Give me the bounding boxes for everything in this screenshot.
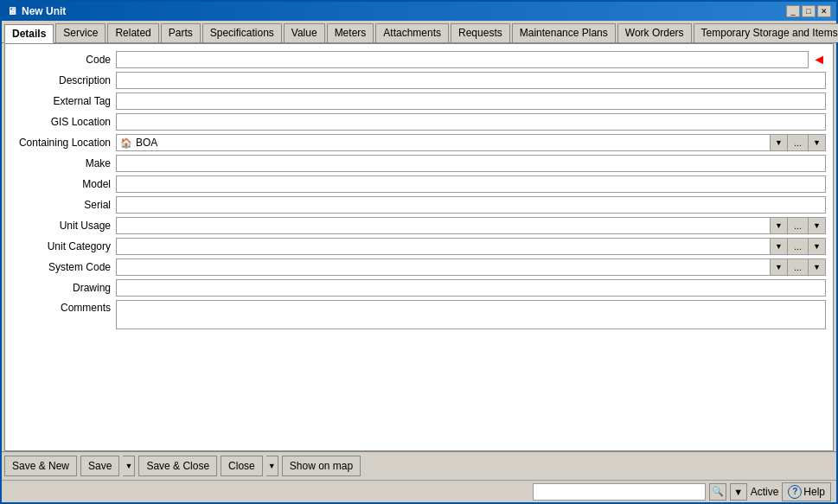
status-dropdown-btn[interactable]: ▼ bbox=[730, 483, 747, 501]
external-tag-input[interactable] bbox=[116, 93, 826, 110]
model-input[interactable] bbox=[116, 175, 826, 193]
show-on-map-button[interactable]: Show on map bbox=[282, 456, 361, 476]
system-code-input[interactable] bbox=[116, 258, 771, 276]
serial-label: Serial bbox=[12, 199, 116, 211]
code-label: Code bbox=[12, 54, 116, 66]
drawing-input[interactable] bbox=[116, 279, 826, 297]
tab-related[interactable]: Related bbox=[107, 23, 158, 42]
unit-category-field: ▼ ... ▼ bbox=[116, 238, 826, 255]
make-input[interactable] bbox=[116, 155, 826, 172]
description-row: Description bbox=[12, 72, 826, 89]
title-bar: 🖥 New Unit _ □ ✕ bbox=[2, 2, 836, 21]
help-button[interactable]: ? Help bbox=[782, 482, 831, 501]
tab-temporary-storage[interactable]: Temporary Storage and Items bbox=[694, 23, 838, 42]
tabs-bar: Details Service Related Parts Specificat… bbox=[2, 21, 836, 43]
content-area: Code ◄ Description External Tag GIS Loca… bbox=[4, 43, 834, 451]
tab-parts[interactable]: Parts bbox=[161, 23, 201, 42]
containing-location-input-wrapper: 🏠 bbox=[116, 134, 771, 151]
status-search-input[interactable] bbox=[533, 483, 706, 501]
serial-row: Serial bbox=[12, 196, 826, 214]
tab-specifications[interactable]: Specifications bbox=[202, 23, 282, 42]
save-button[interactable]: Save bbox=[80, 456, 119, 476]
drawing-row: Drawing bbox=[12, 279, 826, 297]
drawing-label: Drawing bbox=[12, 282, 116, 294]
unit-category-label: Unit Category bbox=[12, 240, 116, 252]
unit-usage-field: ▼ ... ▼ bbox=[116, 217, 826, 234]
main-window: 🖥 New Unit _ □ ✕ Details Service Related… bbox=[0, 0, 838, 504]
required-indicator: ◄ bbox=[812, 52, 826, 67]
make-label: Make bbox=[12, 157, 116, 169]
containing-location-label: Containing Location bbox=[12, 137, 116, 149]
containing-location-dropdown-btn[interactable]: ▼ bbox=[771, 134, 788, 151]
active-label: Active bbox=[751, 486, 779, 498]
status-bar: 🔍 ▼ Active ? Help bbox=[2, 480, 836, 502]
tab-value[interactable]: Value bbox=[284, 23, 325, 42]
containing-location-input[interactable] bbox=[136, 135, 770, 150]
close-dropdown-btn[interactable]: ▼ bbox=[266, 456, 278, 476]
unit-category-dropdown-btn[interactable]: ▼ bbox=[771, 238, 788, 255]
model-row: Model bbox=[12, 175, 826, 193]
gis-location-label: GIS Location bbox=[12, 116, 116, 128]
help-label: Help bbox=[803, 486, 825, 498]
minimize-button[interactable]: _ bbox=[786, 5, 800, 17]
unit-category-input[interactable] bbox=[116, 238, 771, 255]
containing-location-field: 🏠 ▼ ... ▼ bbox=[116, 134, 826, 151]
tab-meters[interactable]: Meters bbox=[327, 23, 374, 42]
make-row: Make bbox=[12, 155, 826, 172]
close-button[interactable]: ✕ bbox=[817, 5, 831, 17]
code-input[interactable] bbox=[116, 51, 809, 68]
save-close-button[interactable]: Save & Close bbox=[138, 456, 217, 476]
code-row: Code ◄ bbox=[12, 51, 826, 68]
help-icon: ? bbox=[788, 485, 802, 499]
system-code-extra-btn[interactable]: ▼ bbox=[809, 258, 826, 276]
serial-input[interactable] bbox=[116, 196, 826, 214]
window-icon: 🖥 bbox=[7, 5, 17, 17]
unit-usage-row: Unit Usage ▼ ... ▼ bbox=[12, 217, 826, 234]
unit-usage-dropdown-btn[interactable]: ▼ bbox=[771, 217, 788, 234]
unit-usage-label: Unit Usage bbox=[12, 220, 116, 232]
save-new-button[interactable]: Save & New bbox=[4, 456, 77, 476]
unit-category-row: Unit Category ▼ ... ▼ bbox=[12, 238, 826, 255]
location-icon: 🏠 bbox=[117, 137, 136, 149]
model-label: Model bbox=[12, 178, 116, 190]
unit-usage-ellipsis-btn[interactable]: ... bbox=[788, 217, 809, 234]
gis-location-row: GIS Location bbox=[12, 113, 826, 131]
containing-location-row: Containing Location 🏠 ▼ ... ▼ bbox=[12, 134, 826, 151]
unit-usage-input[interactable] bbox=[116, 217, 771, 234]
tab-maintenance-plans[interactable]: Maintenance Plans bbox=[512, 23, 616, 42]
tab-work-orders[interactable]: Work Orders bbox=[617, 23, 692, 42]
unit-category-extra-btn[interactable]: ▼ bbox=[809, 238, 826, 255]
system-code-row: System Code ▼ ... ▼ bbox=[12, 258, 826, 276]
unit-category-ellipsis-btn[interactable]: ... bbox=[788, 238, 809, 255]
tab-requests[interactable]: Requests bbox=[451, 23, 510, 42]
title-bar-left: 🖥 New Unit bbox=[7, 5, 66, 17]
system-code-ellipsis-btn[interactable]: ... bbox=[788, 258, 809, 276]
window-title: New Unit bbox=[22, 5, 66, 17]
comments-row: Comments bbox=[12, 300, 826, 443]
save-dropdown-btn[interactable]: ▼ bbox=[123, 456, 135, 476]
status-search-btn[interactable]: 🔍 bbox=[709, 483, 726, 501]
system-code-field: ▼ ... ▼ bbox=[116, 258, 826, 276]
bottom-buttons: Save & New Save ▼ Save & Close Close ▼ S… bbox=[2, 451, 836, 480]
system-code-label: System Code bbox=[12, 261, 116, 273]
tab-attachments[interactable]: Attachments bbox=[375, 23, 449, 42]
comments-label: Comments bbox=[12, 300, 116, 314]
external-tag-row: External Tag bbox=[12, 93, 826, 110]
gis-location-input[interactable] bbox=[116, 113, 826, 131]
comments-textarea[interactable] bbox=[116, 300, 826, 329]
system-code-dropdown-btn[interactable]: ▼ bbox=[771, 258, 788, 276]
containing-location-ellipsis-btn[interactable]: ... bbox=[788, 134, 809, 151]
external-tag-label: External Tag bbox=[12, 95, 116, 107]
maximize-button[interactable]: □ bbox=[802, 5, 816, 17]
tab-details[interactable]: Details bbox=[4, 24, 54, 43]
close-button[interactable]: Close bbox=[221, 456, 263, 476]
unit-usage-extra-btn[interactable]: ▼ bbox=[809, 217, 826, 234]
description-input[interactable] bbox=[116, 72, 826, 89]
tab-service[interactable]: Service bbox=[55, 23, 106, 42]
description-label: Description bbox=[12, 74, 116, 86]
containing-location-extra-btn[interactable]: ▼ bbox=[809, 134, 826, 151]
title-bar-controls: _ □ ✕ bbox=[786, 5, 831, 17]
